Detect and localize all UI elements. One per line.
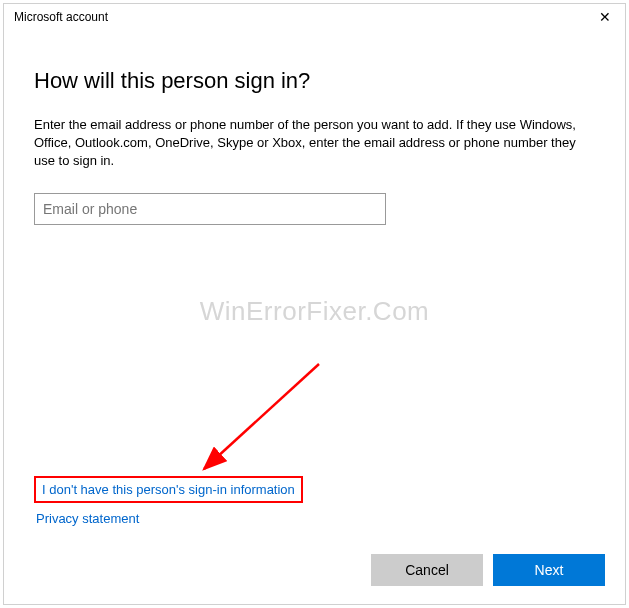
highlighted-link-box: I don't have this person's sign-in infor… — [34, 476, 303, 503]
content-area: How will this person sign in? Enter the … — [4, 28, 625, 225]
links-section: I don't have this person's sign-in infor… — [34, 476, 303, 526]
svg-line-1 — [204, 364, 319, 469]
watermark-text: WinErrorFixer.Com — [4, 296, 625, 327]
window-title: Microsoft account — [14, 10, 108, 24]
no-signin-info-link[interactable]: I don't have this person's sign-in infor… — [42, 482, 295, 497]
next-button[interactable]: Next — [493, 554, 605, 586]
close-icon[interactable]: ✕ — [595, 10, 615, 24]
titlebar: Microsoft account ✕ — [4, 4, 625, 28]
description-text: Enter the email address or phone number … — [34, 116, 594, 171]
cancel-button[interactable]: Cancel — [371, 554, 483, 586]
page-heading: How will this person sign in? — [34, 68, 595, 94]
annotation-arrow-icon — [189, 359, 329, 479]
privacy-statement-link[interactable]: Privacy statement — [36, 511, 303, 526]
button-row: Cancel Next — [371, 554, 605, 586]
email-phone-input[interactable] — [34, 193, 386, 225]
